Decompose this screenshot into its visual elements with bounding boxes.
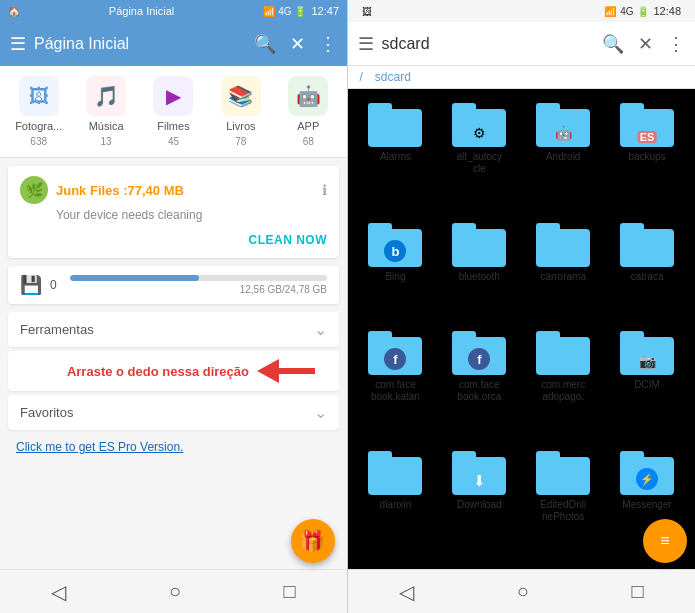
favoritos-section[interactable]: Favoritos ⌄ [8,395,339,430]
right-more-icon[interactable]: ⋮ [667,33,685,55]
right-toolbar-actions: 🔍 ✕ ⋮ [602,33,685,55]
left-home-icon: 🏠 [8,6,20,17]
time-display: 12:47 [311,5,339,17]
ferramentas-label: Ferramentas [20,322,94,337]
photos-icon: 🖼 [19,76,59,116]
folder-alarms[interactable]: Alarms [356,97,436,213]
right-recent-button[interactable]: □ [612,572,664,611]
svg-rect-0 [275,368,315,374]
right-4g-label: 4G [620,6,633,17]
more-icon[interactable]: ⋮ [319,33,337,55]
right-signal-icon: 📶 [604,6,616,17]
junk-subtitle: Your device needs cleaning [56,208,327,222]
category-photos[interactable]: 🖼 Fotogra... 638 [13,76,65,147]
books-icon: 📚 [221,76,261,116]
app-label: APP [297,120,319,132]
folder-catraca[interactable]: catraca [607,217,687,321]
junk-icon: 🌿 [20,176,48,204]
signal-label: 4G [278,6,291,17]
close-icon[interactable]: ✕ [290,33,305,55]
chevron-down-icon: ⌄ [314,320,327,339]
sd-numbers: 12,56 GB/24,78 GB [70,284,327,295]
app-icon: 🤖 [288,76,328,116]
clean-now-button[interactable]: CLEAN NOW [20,230,327,248]
folder-mercado[interactable]: com.mercadopago. [523,325,603,441]
right-toolbar-title: sdcard [382,35,595,53]
arrow-text: Arraste o dedo nessa direção [67,364,249,379]
toolbar-title: Página Inicial [34,35,246,53]
pro-version-link[interactable]: Click me to get ES Pro Version. [0,434,347,460]
folder-fb-orca[interactable]: f com.facebook.orca [439,325,519,441]
films-count: 45 [168,136,179,147]
left-status-bar: 🏠 Página Inicial 📶 4G 🔋 12:47 [0,0,347,22]
junk-files-card: 🌿 Junk Files :77,40 MB ℹ Your device nee… [8,166,339,258]
app-count: 68 [303,136,314,147]
films-label: Filmes [157,120,189,132]
category-music[interactable]: 🎵 Música 13 [80,76,132,147]
music-label: Música [89,120,124,132]
menu-icon[interactable]: ☰ [10,33,26,55]
home-button[interactable]: ○ [149,572,201,611]
recent-button[interactable]: □ [264,572,316,611]
sd-zero: 0 [50,278,62,292]
fab-button[interactable]: 🎁 [291,519,335,563]
category-films[interactable]: ▶ Filmes 45 [147,76,199,147]
right-fab-button[interactable]: ≡ [643,519,687,563]
battery-icon: 🔋 [294,6,306,17]
ferramentas-section[interactable]: Ferramentas ⌄ [8,312,339,347]
folder-alt-autocycle[interactable]: ⚙ alt_autocycle [439,97,519,213]
breadcrumb: / sdcard [348,66,696,89]
books-label: Livros [226,120,255,132]
sdcard-row: 💾 0 12,56 GB/24,78 GB [8,266,339,304]
right-search-icon[interactable]: 🔍 [602,33,624,55]
right-battery-icon: 🔋 [637,6,649,17]
folder-bing[interactable]: b Bing [356,217,436,321]
file-grid: Alarms ⚙ alt_autocycle 🤖 Android ES back… [348,89,696,569]
folder-dianxin[interactable]: dianxin [356,445,436,561]
folder-edited-online[interactable]: EditedOnlinePhotos [523,445,603,561]
right-close-icon[interactable]: ✕ [638,33,653,55]
right-back-button[interactable]: ◁ [379,572,434,612]
music-count: 13 [101,136,112,147]
category-app[interactable]: 🤖 APP 68 [282,76,334,147]
folder-bluetooth[interactable]: bluetooth [439,217,519,321]
right-home-button[interactable]: ○ [497,572,549,611]
arrow-image [257,357,327,385]
folder-fb-katan[interactable]: f com.facebook.katan [356,325,436,441]
left-panel: 🏠 Página Inicial 📶 4G 🔋 12:47 ☰ Página I… [0,0,347,613]
left-toolbar: ☰ Página Inicial 🔍 ✕ ⋮ [0,22,347,66]
toolbar-actions: 🔍 ✕ ⋮ [254,33,337,55]
left-status-icons: 📶 4G 🔋 12:47 [263,5,339,17]
sd-bar: 12,56 GB/24,78 GB [70,275,327,295]
favoritos-label: Favoritos [20,405,73,420]
photos-label: Fotogra... [15,120,62,132]
folder-carrorama[interactable]: carrorama [523,217,603,321]
info-icon[interactable]: ℹ [322,182,327,198]
photos-count: 638 [30,136,47,147]
favoritos-chevron-icon: ⌄ [314,403,327,422]
breadcrumb-current[interactable]: sdcard [375,70,411,84]
folder-dcim[interactable]: 📷 DCIM [607,325,687,441]
breadcrumb-root[interactable]: / [360,70,363,84]
category-books[interactable]: 📚 Livros 78 [215,76,267,147]
folder-backups[interactable]: ES backups [607,97,687,213]
right-panel: 🖼 📶 4G 🔋 12:48 ☰ sdcard 🔍 ✕ ⋮ / sdcard A… [348,0,696,613]
right-toolbar: ☰ sdcard 🔍 ✕ ⋮ [348,22,696,66]
right-time-display: 12:48 [653,5,681,17]
left-nav-bar: ◁ ○ □ [0,569,347,613]
right-menu-icon[interactable]: ☰ [358,33,374,55]
folder-download[interactable]: ⬇ Download [439,445,519,561]
signal-icon: 📶 [263,6,275,17]
sdcard-icon: 💾 [20,274,42,296]
svg-marker-1 [257,359,279,383]
junk-title: Junk Files :77,40 MB [56,183,184,198]
right-status-bar: 🖼 📶 4G 🔋 12:48 [348,0,696,22]
search-icon[interactable]: 🔍 [254,33,276,55]
folder-android[interactable]: 🤖 Android [523,97,603,213]
music-icon: 🎵 [86,76,126,116]
books-count: 78 [235,136,246,147]
back-button[interactable]: ◁ [31,572,86,612]
right-nav-bar: ◁ ○ □ [348,569,696,613]
right-status-photo-icon: 🖼 [362,6,372,17]
arrow-direction-row: Arraste o dedo nessa direção [8,351,339,391]
